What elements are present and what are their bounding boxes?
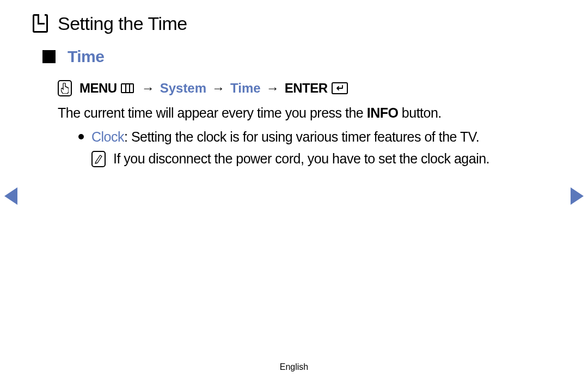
bookmark-icon — [33, 14, 48, 33]
note-row: If you disconnect the power cord, you ha… — [91, 150, 555, 168]
page-content: Setting the Time Time MENU → System → Ti… — [0, 0, 588, 168]
path-step-time: Time — [230, 81, 261, 96]
menu-grid-icon — [121, 83, 134, 93]
footer-language: English — [0, 362, 588, 372]
page-title-row: Setting the Time — [33, 13, 555, 34]
round-bullet-icon — [78, 134, 84, 139]
clock-label: Clock — [91, 129, 124, 144]
section-row: Time — [42, 47, 555, 66]
note-text: If you disconnect the power cord, you ha… — [113, 150, 489, 168]
next-page-button[interactable] — [571, 187, 584, 205]
menu-path: MENU → System → Time → ENTER — [58, 80, 555, 96]
bullet-description: : Setting the clock is for using various… — [124, 129, 479, 144]
bullet-text: Clock: Setting the clock is for using va… — [91, 128, 479, 147]
bullet-item: Clock: Setting the clock is for using va… — [78, 128, 555, 147]
section-bullet-icon — [42, 50, 56, 63]
section-title: Time — [68, 47, 104, 66]
intro-text-post: button. — [398, 105, 441, 120]
hand-icon — [58, 80, 72, 96]
note-pencil-icon — [91, 151, 106, 167]
path-step-system: System — [160, 81, 206, 96]
enter-label: ENTER — [285, 81, 328, 96]
intro-text-bold: INFO — [367, 105, 399, 120]
intro-text: The current time will appear every time … — [58, 104, 555, 123]
arrow-icon: → — [210, 81, 227, 96]
menu-label: MENU — [79, 81, 117, 96]
enter-return-icon — [332, 82, 348, 94]
intro-text-pre: The current time will appear every time … — [58, 105, 367, 120]
arrow-icon: → — [264, 81, 281, 96]
page-title: Setting the Time — [58, 13, 187, 34]
arrow-icon: → — [139, 81, 157, 96]
prev-page-button[interactable] — [4, 187, 17, 205]
